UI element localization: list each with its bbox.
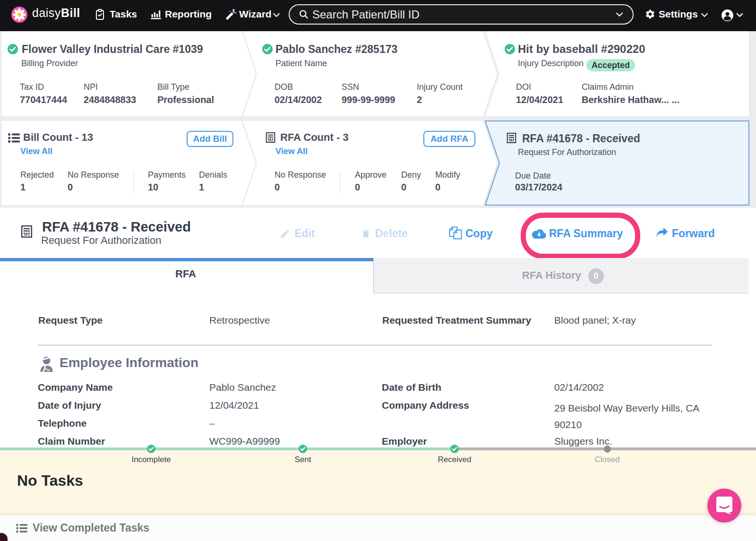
svg-text:RFA: RFA — [268, 139, 273, 142]
svg-text:RFA: RFA — [24, 233, 30, 236]
svg-text:RFA: RFA — [509, 140, 514, 142]
